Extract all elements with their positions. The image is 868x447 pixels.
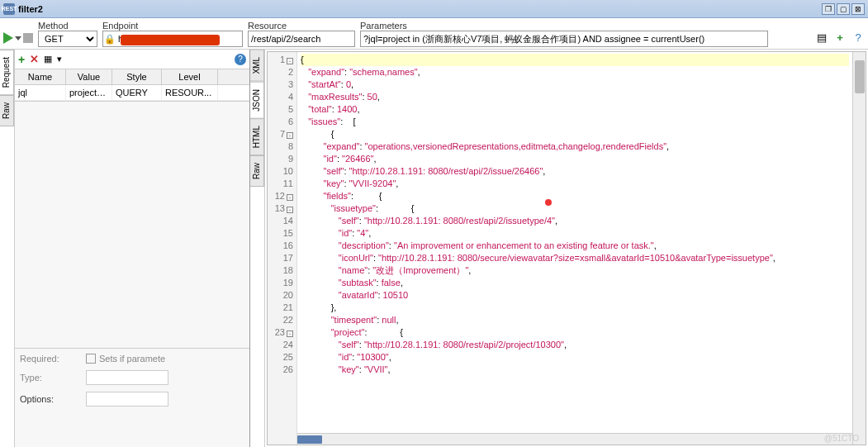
request-toolbar: Method GET Endpoint 🔒 Resource Parameter… — [0, 18, 868, 50]
properties-panel: Required: Sets if paramete Type: Options… — [15, 348, 249, 447]
main-area: Request Raw + ✕ ▦ ▾ ? Name Value Style L… — [0, 50, 868, 447]
toolbar-icon[interactable]: ▦ — [44, 54, 52, 64]
left-pane: + ✕ ▦ ▾ ? Name Value Style Level jql pro… — [15, 50, 250, 447]
stop-icon[interactable] — [23, 33, 33, 43]
col-name[interactable]: Name — [15, 69, 66, 84]
options-input[interactable] — [86, 392, 168, 407]
options-label: Options: — [20, 394, 86, 404]
window-title: filter2 — [18, 4, 820, 14]
resource-label: Resource — [248, 21, 355, 31]
vertical-scrollbar[interactable] — [852, 52, 866, 445]
panel-help-icon[interactable]: ? — [235, 54, 246, 65]
tab-xml[interactable]: XML — [250, 50, 264, 82]
type-input[interactable] — [86, 370, 168, 385]
watermark: @51CTO — [824, 434, 859, 443]
add-icon[interactable]: + — [833, 31, 847, 44]
help-icon[interactable]: ? — [851, 31, 865, 44]
parameters-label: Parameters — [360, 21, 768, 31]
col-style[interactable]: Style — [112, 69, 162, 84]
resource-input[interactable] — [248, 31, 355, 47]
params-table: Name Value Style Level jql project i... … — [15, 69, 249, 102]
method-label: Method — [38, 21, 97, 31]
run-dropdown-icon[interactable] — [15, 36, 21, 40]
required-label: Required: — [20, 354, 86, 364]
tab-html[interactable]: HTML — [250, 118, 264, 155]
close-icon[interactable]: ⊠ — [851, 3, 865, 15]
tab-request[interactable]: Request — [0, 50, 14, 95]
method-select[interactable]: GET — [38, 31, 97, 47]
add-param-icon[interactable]: + — [18, 53, 25, 66]
col-level[interactable]: Level — [162, 69, 218, 84]
hscroll-thumb[interactable] — [297, 435, 322, 444]
response-pane: 1-234567-89101112-13-1415161718192021222… — [265, 50, 868, 447]
dropdown-icon[interactable]: ▾ — [57, 54, 62, 64]
code-content[interactable]: { "expand": "schema,names", "startAt": 0… — [297, 52, 852, 445]
delete-param-icon[interactable]: ✕ — [30, 53, 39, 65]
params-toolbar: + ✕ ▦ ▾ ? — [15, 50, 249, 69]
line-gutter: 1-234567-89101112-13-1415161718192021222… — [268, 52, 297, 445]
app-logo: REST — [3, 3, 15, 15]
cell-level: RESOUR... — [162, 85, 218, 100]
params-empty-area — [15, 102, 249, 348]
scroll-thumb[interactable] — [855, 60, 865, 93]
tab-raw-right[interactable]: Raw — [250, 155, 264, 187]
titlebar: REST filter2 ❐ ▢ ⊠ — [0, 0, 868, 18]
left-vertical-tabs: Request Raw — [0, 50, 15, 447]
lock-icon: 🔒 — [104, 34, 116, 45]
tab-json[interactable]: JSON — [250, 82, 264, 119]
sets-if-checkbox[interactable] — [86, 354, 96, 364]
horizontal-scrollbar[interactable] — [297, 433, 852, 445]
config-icon[interactable]: ▤ — [815, 31, 828, 44]
json-viewer: 1-234567-89101112-13-1415161718192021222… — [267, 51, 866, 445]
cell-style: QUERY — [112, 85, 162, 100]
minimize-icon[interactable]: ▢ — [837, 3, 850, 15]
tab-raw-left[interactable]: Raw — [0, 95, 14, 126]
type-label: Type: — [20, 373, 86, 383]
parameters-input[interactable] — [360, 31, 768, 47]
marker-dot — [545, 199, 552, 206]
table-row[interactable]: jql project i... QUERY RESOUR... — [15, 85, 249, 101]
sets-if-label: Sets if paramete — [99, 354, 165, 364]
response-vertical-tabs: XML JSON HTML Raw — [250, 50, 265, 447]
restore-icon[interactable]: ❐ — [822, 3, 835, 15]
cell-name: jql — [15, 85, 66, 100]
endpoint-label: Endpoint — [102, 21, 243, 31]
run-icon[interactable] — [3, 32, 13, 44]
table-header: Name Value Style Level — [15, 69, 249, 85]
cell-value: project i... — [66, 85, 112, 100]
endpoint-input[interactable] — [102, 31, 243, 47]
col-value[interactable]: Value — [66, 69, 112, 84]
